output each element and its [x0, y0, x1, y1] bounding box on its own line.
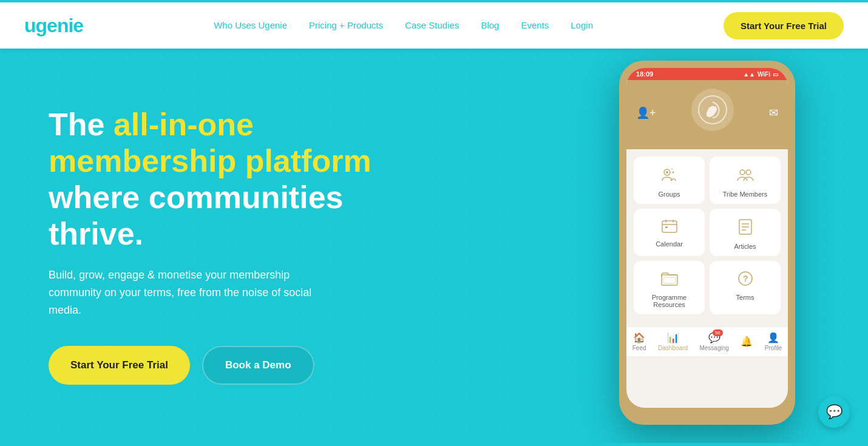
phone-grid-resources: Programme Resources: [634, 261, 705, 314]
articles-icon: [738, 218, 753, 239]
svg-point-6: [746, 170, 751, 175]
svg-rect-11: [665, 226, 668, 228]
demo-button[interactable]: Book a Demo: [202, 346, 314, 385]
terms-icon: ?: [737, 271, 753, 290]
phone-screen: 18:09 ▲▲ WiFi ▭ 👤+: [626, 68, 788, 408]
feed-label: Feed: [632, 345, 646, 351]
hero-title-suffix: where communities thrive.: [49, 180, 343, 251]
feed-icon: 🏠: [633, 332, 645, 343]
phone-app-logo: [691, 89, 734, 131]
nav-pricing[interactable]: Pricing + Products: [309, 20, 383, 30]
svg-point-3: [672, 172, 674, 174]
signal-icon: ▲▲: [743, 71, 755, 78]
messaging-icon-wrap: 💬 56: [708, 332, 721, 343]
phone-add-icon: 👤+: [636, 106, 656, 120]
notifications-icon: 🔔: [741, 336, 753, 347]
phone-logo-area: [656, 89, 769, 137]
nav-events[interactable]: Events: [521, 20, 549, 30]
calendar-label: Calendar: [656, 240, 683, 248]
nav-who-uses[interactable]: Who Uses Ugenie: [214, 20, 287, 30]
svg-rect-7: [662, 221, 677, 232]
messaging-label: Messaging: [699, 345, 728, 351]
hero-section: The all-in-one membership platform where…: [0, 49, 868, 443]
phone-nav-profile: 👤 Profile: [765, 332, 782, 351]
phone-time: 18:09: [636, 70, 653, 78]
phone-status-bar: 18:09 ▲▲ WiFi ▭: [626, 68, 788, 80]
nav-cta-button[interactable]: Start Your Free Trial: [724, 12, 844, 39]
logo-text: ugenie: [24, 15, 83, 36]
chat-bubble-button[interactable]: 💬: [818, 396, 850, 428]
logo: ugenie: [24, 15, 83, 37]
phone-status-right: ▲▲ WiFi ▭: [743, 71, 778, 78]
phone-app-header: 👤+ ✉: [626, 80, 788, 149]
phone-grid-terms: ? Terms: [710, 261, 781, 314]
dashboard-icon: 📊: [667, 332, 679, 343]
nav-case-studies[interactable]: Case Studies: [405, 20, 459, 30]
trial-button[interactable]: Start Your Free Trial: [49, 346, 190, 385]
profile-label: Profile: [765, 345, 782, 351]
phone-mockup: 18:09 ▲▲ WiFi ▭ 👤+: [619, 61, 795, 425]
battery-icon: ▭: [773, 71, 778, 78]
hero-title-prefix: The: [49, 107, 114, 142]
hero-buttons: Start Your Free Trial Book a Demo: [49, 346, 425, 385]
navbar: ugenie Who Uses Ugenie Pricing + Product…: [0, 0, 868, 49]
bottom-strip: 🐕 👩 👩: [0, 443, 868, 446]
phone-nav-dashboard: 📊 Dashboard: [658, 332, 688, 351]
phone-grid-tribe: Tribe Members: [710, 157, 781, 204]
phone-grid-groups: + Groups: [634, 157, 705, 204]
dashboard-label: Dashboard: [658, 345, 688, 351]
nav-login[interactable]: Login: [571, 20, 593, 30]
messaging-badge: 56: [713, 329, 723, 336]
phone-nav-notifications: 🔔: [741, 336, 753, 348]
phone-bottom-nav: 🏠 Feed 📊 Dashboard 💬 56 Messaging: [626, 326, 788, 356]
groups-label: Groups: [658, 191, 680, 198]
chat-bubble-icon: 💬: [826, 404, 843, 420]
phone-app-grid: + Groups: [626, 149, 788, 322]
svg-text:+: +: [671, 167, 673, 171]
tribe-icon: [737, 166, 754, 187]
nav-links: Who Uses Ugenie Pricing + Products Case …: [214, 20, 593, 31]
calendar-icon: [661, 218, 678, 237]
phone-device: 18:09 ▲▲ WiFi ▭ 👤+: [619, 61, 795, 425]
phone-grid-articles: Articles: [710, 209, 781, 256]
resources-icon: [661, 271, 678, 290]
svg-rect-17: [663, 277, 676, 283]
hero-content: The all-in-one membership platform where…: [49, 107, 425, 421]
phone-nav-feed: 🏠 Feed: [632, 332, 646, 351]
hero-title: The all-in-one membership platform where…: [49, 107, 425, 252]
profile-icon: 👤: [767, 332, 779, 343]
articles-label: Articles: [734, 243, 756, 250]
terms-label: Terms: [736, 294, 754, 301]
svg-point-5: [740, 170, 745, 175]
phone-grid-calendar: Calendar: [634, 209, 705, 256]
resources-label: Programme Resources: [639, 294, 700, 308]
tribe-label: Tribe Members: [723, 191, 768, 198]
hero-subtitle: Build, grow, engage & monetise your memb…: [49, 266, 340, 319]
nav-blog[interactable]: Blog: [481, 20, 499, 30]
svg-text:?: ?: [743, 274, 748, 283]
wifi-icon: WiFi: [758, 71, 770, 78]
phone-mail-icon: ✉: [769, 106, 778, 120]
phone-nav-messaging: 💬 56 Messaging: [699, 332, 728, 351]
svg-point-2: [666, 171, 668, 174]
groups-icon: +: [661, 166, 678, 187]
